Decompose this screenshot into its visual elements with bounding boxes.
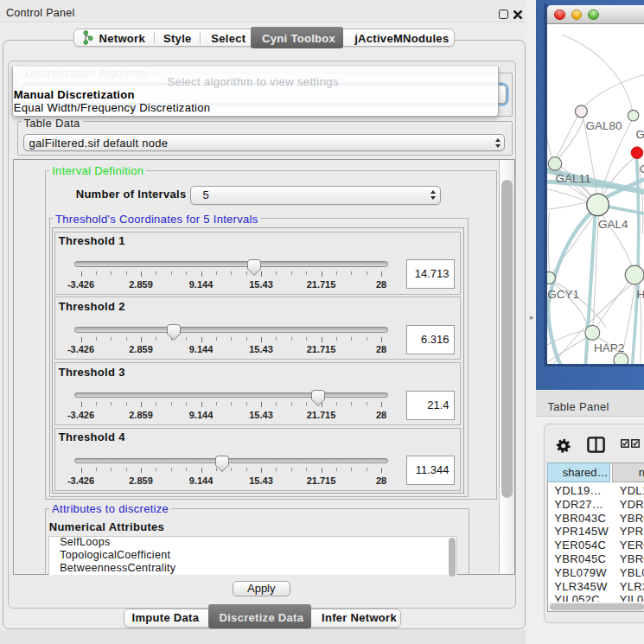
svg-text:GAL80: GAL80 — [635, 128, 644, 141]
svg-text:GAL11: GAL11 — [555, 172, 590, 185]
svg-text:CRP1: CRP1 — [640, 162, 644, 175]
svg-text:HAP4: HAP4 — [636, 288, 644, 301]
svg-text:GAL4: GAL4 — [597, 218, 628, 231]
svg-text:GAL80: GAL80 — [585, 118, 622, 131]
svg-text:GCY1: GCY1 — [547, 288, 579, 301]
svg-text:HAP2: HAP2 — [594, 341, 624, 354]
